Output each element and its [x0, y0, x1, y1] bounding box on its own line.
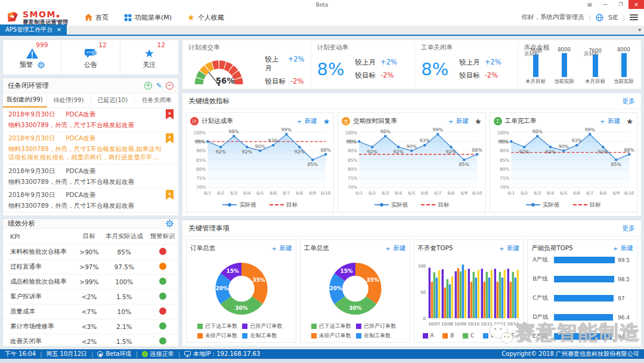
stat-warnings[interactable]: 999 预警: [3, 40, 61, 75]
nav-menu[interactable]: 功能菜单(M): [124, 13, 172, 22]
task-tab-pending[interactable]: 待处理(99): [47, 93, 91, 107]
svg-text:20%: 20%: [329, 285, 342, 291]
kpi-target: <2%: [77, 290, 101, 304]
task-tab-created[interactable]: 我创建的(99): [3, 93, 47, 107]
favorite-star-icon[interactable]: ★: [626, 118, 633, 125]
grouped-bar-chart: 05010010/0710/0810/0910/1010/1110/1210/1…: [418, 255, 521, 331]
status-dot: [159, 248, 166, 255]
more-link[interactable]: 更多: [622, 224, 635, 233]
task-item[interactable]: 2018年9月30日PDCA改善物料3300789，外壳，尺寸1不合格发起改善★: [3, 108, 178, 132]
order-close-value: 8%: [421, 59, 448, 79]
status-dot: [159, 337, 166, 344]
add-task-icon[interactable]: +: [144, 82, 152, 90]
legend-item[interactable]: B: [442, 333, 454, 339]
close-icon[interactable]: ✕: [628, 0, 644, 9]
new-button[interactable]: ＋新建: [612, 244, 633, 254]
kpi-name: 改善关闭率: [3, 334, 77, 347]
panel-icon[interactable]: ▤: [582, 0, 597, 9]
favorite-star-icon[interactable]: ★: [475, 118, 482, 125]
legend-item[interactable]: A: [423, 333, 434, 339]
new-button[interactable]: ＋新建: [447, 116, 469, 127]
kpi-name: 质量成本: [3, 304, 77, 319]
bar-label: 本月目标: [585, 78, 605, 85]
svg-text:100%: 100%: [497, 130, 509, 136]
kpi-target: >90%: [77, 245, 101, 260]
restore-icon[interactable]: ❐: [613, 0, 628, 9]
legend-item[interactable]: 已下达工单数: [197, 322, 240, 330]
locale-label[interactable]: SIE: [608, 14, 618, 21]
minimize-icon[interactable]: —: [597, 0, 613, 9]
task-tab-closure[interactable]: 任务关闭率: [135, 93, 178, 107]
remove-task-icon[interactable]: −: [166, 82, 174, 90]
tab-aps-platform[interactable]: APS管理工作平台 ✕: [0, 24, 67, 35]
task-desc: 物料3300789，外壳，尺寸1不合格发起改善,如果这句话很长很长很长很长，就显…: [8, 144, 163, 161]
legend-actual[interactable]: 实际值: [526, 201, 560, 209]
legend-target[interactable]: 目标: [573, 201, 601, 209]
new-button[interactable]: ＋新建: [271, 244, 292, 254]
brand-subtitle: 赛意制造运营管理: [23, 19, 68, 25]
vs-target-value: -2%: [290, 77, 304, 86]
svg-text:10/10: 10/10: [467, 322, 479, 327]
hbar-label: B产线: [532, 275, 554, 283]
task-item[interactable]: 2018年9月30日PDCA改善物料3300789，外壳，尺寸1不合格发起改善,…: [3, 132, 178, 164]
legend-item[interactable]: E: [504, 333, 515, 339]
legend-target[interactable]: 目标: [270, 201, 298, 209]
hbar-bar: [554, 314, 613, 321]
new-button[interactable]: ＋新建: [599, 116, 620, 127]
bar-label: 当前实际: [614, 78, 634, 85]
line-chart: 70%75%80%85%90%95%100%6/16/26/36/46/56/6…: [190, 128, 331, 200]
edit-task-icon[interactable]: ✎: [155, 82, 163, 90]
svg-text:92%: 92%: [216, 149, 226, 155]
task-tab-delayed[interactable]: 已延迟(10): [91, 93, 135, 107]
legend-item[interactable]: C: [463, 333, 474, 339]
new-button[interactable]: ＋新建: [498, 244, 519, 254]
legend-target[interactable]: 目标: [421, 201, 449, 209]
svg-text:100%: 100%: [193, 130, 206, 136]
legend-item[interactable]: 在制工单数: [356, 332, 398, 340]
stat-follows[interactable]: 12 ★ 关注: [120, 40, 178, 75]
hamburger-menu-icon[interactable]: [630, 14, 638, 20]
legend-item[interactable]: 已排产订单数: [356, 322, 398, 330]
new-button[interactable]: ＋新建: [296, 116, 317, 127]
svg-text:6/1: 6/1: [204, 190, 211, 196]
bar: [621, 53, 627, 77]
kpi-name: 累计市场维修率: [3, 319, 77, 334]
vs-month-value: +2%: [288, 55, 305, 73]
stat-announcements[interactable]: 12 公告: [61, 40, 119, 75]
more-link[interactable]: 更多: [622, 97, 635, 106]
task-item[interactable]: 2018年9月30日PDCA改善物料3300789，外壳，尺寸1不合格发起改善: [3, 165, 178, 189]
panel-gear-icon[interactable]: [166, 220, 174, 227]
task-desc: 物料3300789，外壳，尺寸1不合格发起改善: [8, 201, 163, 210]
legend-actual[interactable]: 实际值: [222, 201, 256, 209]
hbar-row: D产线96.4: [532, 313, 632, 321]
chart-card-plan-rate: 计 计划达成率 ＋新建 ★ 70%75%80%85%90%95%100%6/16…: [186, 112, 334, 213]
svg-text:6/6: 6/6: [422, 190, 429, 196]
tab-close-icon[interactable]: ✕: [57, 27, 61, 33]
task-item[interactable]: 2018年9月30日PDCA改善物料3300789，外壳，尺寸1不合格发起改善★: [3, 189, 178, 213]
status-connection: ✓连接正常: [142, 350, 174, 358]
legend-item[interactable]: D: [483, 333, 495, 339]
legend-item[interactable]: 未排产订单数: [311, 332, 354, 340]
settings-gear-icon[interactable]: [38, 61, 45, 69]
legend-item[interactable]: 已下达工单数: [311, 322, 354, 330]
favorite-star-icon[interactable]: ★: [323, 118, 330, 125]
bar-value: 8000: [617, 47, 630, 53]
env-icon: ●: [97, 351, 103, 357]
new-button[interactable]: ＋新建: [385, 244, 406, 254]
kpi-target: >99%: [77, 275, 101, 290]
tab-dropdown-caret-icon[interactable]: ▾: [638, 27, 641, 33]
nav-favorites[interactable]: ★ 个人收藏: [187, 13, 224, 22]
svg-text:30%: 30%: [235, 305, 247, 311]
task-date: 2018年9月30日: [8, 134, 55, 143]
hbar-label: C产线: [532, 294, 554, 302]
card-order-overview: 订单总览 ＋新建 35%30%20%15% 已下达工单数已排产订单数未排产订单数…: [186, 239, 296, 343]
svg-text:10/11: 10/11: [481, 322, 493, 327]
legend-item[interactable]: 已排产订单数: [242, 322, 284, 330]
legend-actual[interactable]: 实际值: [374, 201, 408, 209]
legend-item[interactable]: 在制工单数: [242, 332, 284, 340]
globe-icon[interactable]: [596, 14, 603, 21]
nav-home[interactable]: 首页: [85, 13, 109, 22]
donut-legend: 已下达工单数已排产订单数未排产订单数在制工单数: [304, 322, 406, 340]
legend-item[interactable]: 未排产订单数: [197, 332, 240, 340]
task-tabs: 我创建的(99) 待处理(99) 已延迟(10) 任务关闭率: [3, 93, 178, 108]
